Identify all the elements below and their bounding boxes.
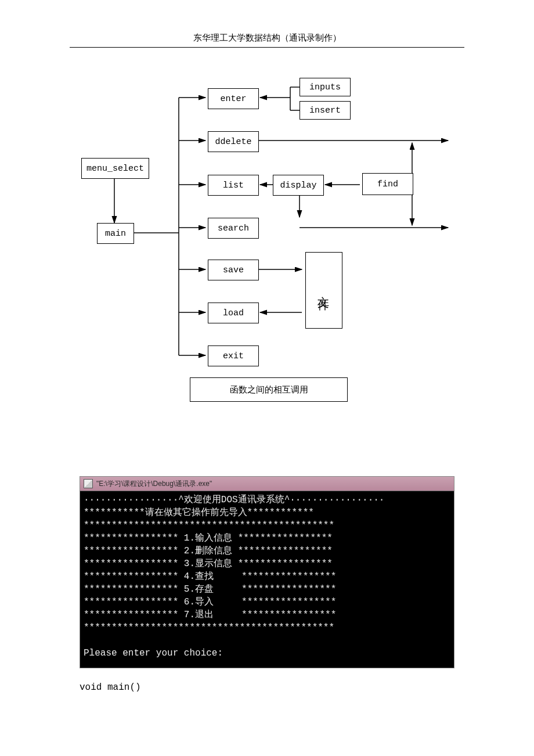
c-m1: ***************** 1.输入信息 ***************… [84, 533, 333, 543]
c-line4: ****************************************… [84, 622, 334, 633]
c-line3: ****************************************… [84, 520, 334, 531]
console-titlebar: "E:\学习\课程设计\Debug\通讯录.exe" [80, 476, 454, 491]
header-rule [70, 47, 464, 48]
c-line1: ·················^欢迎使用DOS通讯录系统^·········… [84, 495, 384, 505]
console-body: ·················^欢迎使用DOS通讯录系统^·········… [80, 491, 454, 668]
box-list: list [208, 175, 259, 196]
console-window: "E:\学习\课程设计\Debug\通讯录.exe" ·············… [80, 476, 454, 668]
box-ddelete: ddelete [208, 131, 259, 152]
box-search: search [208, 218, 259, 239]
box-load: load [208, 303, 259, 323]
c-m6: ***************** 6.导入 ***************** [84, 597, 336, 607]
box-enter: enter [208, 88, 259, 109]
console-title-text: "E:\学习\课程设计\Debug\通讯录.exe" [96, 479, 212, 489]
page-header: 东华理工大学数据结构（通讯录制作） [0, 0, 534, 47]
box-display: display [273, 175, 324, 196]
box-exit: exit [208, 345, 259, 366]
c-prompt: Please enter your choice: [84, 648, 223, 658]
app-icon [84, 479, 93, 488]
c-m4: ***************** 4.查找 ***************** [84, 571, 336, 582]
box-file: 文件 [305, 252, 342, 329]
function-call-diagram: menu_select main enter ddelete list sear… [0, 65, 534, 390]
c-m7: ***************** 7.退出 ***************** [84, 610, 336, 620]
box-insert: insert [300, 101, 351, 120]
code-snippet: void main() [80, 682, 141, 693]
c-m5: ***************** 5.存盘 ***************** [84, 584, 336, 595]
c-line2: ***********请在做其它操作前先导入************ [84, 507, 314, 518]
box-inputs: inputs [300, 78, 351, 96]
diagram-connectors [0, 65, 534, 390]
box-menu-select: menu_select [81, 158, 149, 179]
diagram-caption: 函数之间的相互调用 [190, 377, 348, 402]
box-find: find [362, 173, 413, 195]
box-main: main [97, 223, 134, 244]
c-m3: ***************** 3.显示信息 ***************… [84, 559, 333, 569]
box-save: save [208, 260, 259, 280]
c-m2: ***************** 2.删除信息 ***************… [84, 546, 333, 556]
